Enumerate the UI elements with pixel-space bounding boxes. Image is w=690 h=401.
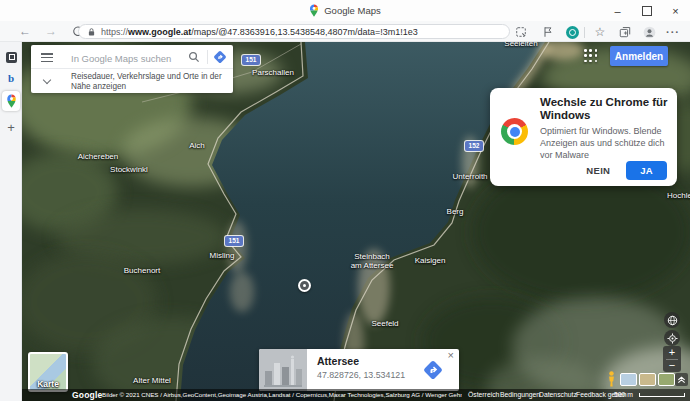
place-title: Attersee	[317, 355, 359, 367]
google-maps-pin-icon	[6, 94, 17, 108]
close-icon[interactable]: ×	[448, 349, 454, 361]
collapse-imagery-button[interactable]	[675, 373, 688, 386]
lock-icon	[87, 27, 96, 37]
back-icon[interactable]: ←	[16, 21, 34, 41]
chrome-promo-dialog: Wechsle zu Chrome für Windows Optimiert …	[490, 88, 677, 186]
site-favicon-icon	[6, 52, 17, 63]
place-photo-placeholder	[259, 349, 307, 391]
imagery-thumbnail[interactable]	[639, 373, 656, 386]
place-card[interactable]: Attersee 47.828726, 13.534121 ×	[259, 349, 459, 391]
tab-site[interactable]	[0, 48, 22, 66]
travel-info-toggle[interactable]: Reisedauer, Verkehrslage und Orte in der…	[31, 69, 233, 93]
maximize-icon	[642, 6, 652, 16]
attribution-link[interactable]: Österreich	[468, 389, 499, 401]
google-apps-icon[interactable]	[584, 49, 598, 63]
add-favorite-icon[interactable]	[540, 24, 556, 40]
map-label: Stockwinkl	[84, 165, 174, 174]
dialog-buttons: NEIN JA	[580, 161, 667, 180]
search-box[interactable]	[31, 45, 233, 69]
double-chevron-up-icon	[677, 375, 686, 384]
target-icon	[667, 333, 678, 344]
directions-icon[interactable]	[212, 49, 228, 65]
dialog-body: Optimiert für Windows. Blende Anzeigen a…	[540, 125, 674, 161]
ja-button[interactable]: JA	[626, 161, 667, 180]
imagery-thumbnail[interactable]	[620, 373, 637, 386]
chevron-down-icon	[43, 76, 51, 84]
tab-google-maps[interactable]	[0, 92, 22, 110]
map-type-control[interactable]: Karte	[28, 352, 68, 392]
search-icon[interactable]	[188, 51, 200, 63]
map-label: Berg	[410, 207, 500, 216]
zoom-control: + −	[663, 346, 681, 372]
extension-badge	[566, 26, 579, 39]
road-badge: 151	[242, 55, 260, 65]
forward-icon[interactable]: →	[42, 21, 60, 41]
window-controls: – ×	[603, 0, 690, 21]
navigation-bar: ← → ⌂ https://www.google.at/maps/@47.836…	[0, 21, 690, 42]
chrome-logo-icon	[501, 118, 528, 145]
collections-icon[interactable]	[617, 24, 633, 40]
web-capture-icon[interactable]	[513, 24, 529, 40]
new-tab-button[interactable]: +	[0, 118, 22, 136]
imagery-thumbnail[interactable]	[658, 373, 675, 386]
url-text: https://www.google.at/maps/@47.8363916,1…	[101, 27, 418, 37]
map-label: Aich	[152, 141, 242, 150]
address-bar[interactable]: https://www.google.at/maps/@47.8363916,1…	[78, 24, 510, 39]
map-label: Buchenort	[97, 266, 187, 275]
map-type-label: Karte	[30, 379, 66, 389]
maximize-button[interactable]	[632, 0, 661, 21]
map-label: Seefeld	[340, 319, 430, 328]
map-label: Alter Mittel	[107, 376, 197, 385]
profile-icon[interactable]	[641, 24, 657, 40]
close-button[interactable]: ×	[661, 0, 690, 21]
search-card: Reisedauer, Verkehrslage und Orte in der…	[31, 45, 233, 93]
directions-icon[interactable]	[421, 358, 445, 382]
menu-icon[interactable]	[41, 53, 53, 62]
map-label: Seeleiten	[476, 42, 566, 48]
more-menu-icon[interactable]: ···	[665, 24, 681, 40]
pegman-icon[interactable]	[606, 371, 617, 387]
map-label: Misling	[177, 251, 267, 260]
dialog-title: Wechsle zu Chrome für Windows	[540, 96, 672, 122]
zoom-out-button[interactable]: −	[663, 359, 681, 372]
tab-bing[interactable]: b	[0, 69, 22, 87]
attribution-link[interactable]: Bedingungen	[500, 389, 540, 401]
road-badge: 152	[465, 141, 483, 151]
map-label: Aichereben	[53, 152, 143, 161]
signin-button[interactable]: Anmelden	[610, 46, 668, 66]
map-label: Parschallen	[228, 68, 318, 77]
favorites-star-icon[interactable]: ☆	[592, 24, 608, 40]
google-watermark: Google	[72, 389, 102, 401]
bing-icon: b	[8, 72, 14, 84]
nein-button[interactable]: NEIN	[580, 161, 616, 180]
zoom-in-button[interactable]: +	[663, 346, 681, 359]
imagery-credits: Bilder © 2021 CNES / Airbus,GeoContent,G…	[102, 389, 462, 401]
window-title: Google Maps	[324, 5, 381, 16]
my-location-button[interactable]	[664, 330, 680, 346]
map-canvas[interactable]: SeeleitenParschallenAichStockwinklAicher…	[22, 42, 690, 401]
place-coordinates: 47.828726, 13.534121	[317, 370, 405, 380]
tab-title: Google Maps	[0, 0, 690, 21]
globe-view-button[interactable]	[664, 312, 680, 328]
browser-window: Google Maps – × ← → ⌂ https://www.google…	[0, 0, 690, 401]
extension-icon[interactable]	[564, 24, 580, 40]
travel-hint-label: Reisedauer, Verkehrslage und Orte in der…	[71, 72, 229, 91]
title-bar: Google Maps – ×	[0, 0, 690, 21]
road-badge: 151	[225, 236, 243, 246]
dropped-pin-marker[interactable]	[298, 279, 311, 292]
toolbar-divider	[584, 27, 585, 38]
scale-label: 500 m	[614, 389, 633, 401]
scale-bar	[639, 393, 685, 397]
search-divider	[207, 50, 208, 64]
search-input[interactable]	[69, 49, 191, 67]
globe-icon	[667, 315, 678, 326]
minimize-button[interactable]: –	[603, 0, 632, 21]
map-label: Kaisigen	[385, 256, 475, 265]
attribution-bar: Google Bilder © 2021 CNES / Airbus,GeoCo…	[22, 389, 690, 401]
map-label: Hochlecken	[643, 191, 690, 200]
attribution-link[interactable]: Datenschutz	[539, 389, 577, 401]
vertical-tab-strip: b +	[0, 42, 22, 401]
google-maps-pin-icon	[309, 4, 319, 17]
